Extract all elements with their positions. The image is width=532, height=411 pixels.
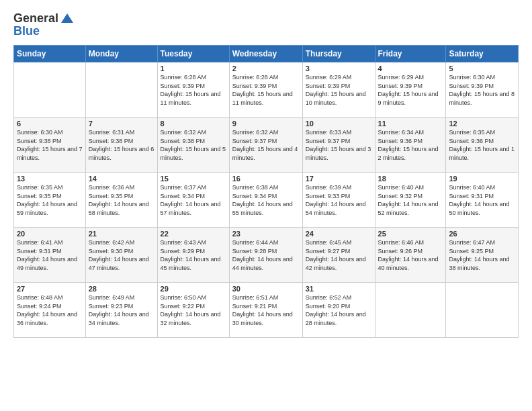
calendar-cell: 24Sunrise: 6:45 AMSunset: 9:27 PMDayligh… [302,228,375,283]
calendar-cell: 5Sunrise: 6:30 AMSunset: 9:39 PMDaylight… [446,62,519,118]
day-number: 4 [378,64,443,73]
calendar-cell: 6Sunrise: 6:30 AMSunset: 9:38 PMDaylight… [14,118,86,173]
day-number: 25 [378,230,443,238]
calendar-cell: 7Sunrise: 6:31 AMSunset: 9:38 PMDaylight… [85,118,157,173]
day-info: Sunrise: 6:33 AMSunset: 9:37 PMDaylight:… [306,128,372,162]
day-info: Sunrise: 6:42 AMSunset: 9:30 PMDaylight:… [89,238,154,272]
logo-icon [60,11,75,26]
day-number: 2 [232,64,300,73]
calendar-cell: 9Sunrise: 6:32 AMSunset: 9:37 PMDaylight… [229,118,302,173]
day-info: Sunrise: 6:32 AMSunset: 9:37 PMDaylight:… [232,128,300,162]
day-info: Sunrise: 6:38 AMSunset: 9:34 PMDaylight:… [232,183,300,217]
day-info: Sunrise: 6:28 AMSunset: 9:39 PMDaylight:… [161,73,226,107]
calendar-cell: 8Sunrise: 6:32 AMSunset: 9:38 PMDaylight… [157,118,229,173]
calendar-cell: 26Sunrise: 6:47 AMSunset: 9:25 PMDayligh… [446,228,519,283]
calendar-cell: 1Sunrise: 6:28 AMSunset: 9:39 PMDaylight… [157,62,229,118]
day-info: Sunrise: 6:30 AMSunset: 9:38 PMDaylight:… [17,128,83,162]
day-number: 6 [17,120,83,128]
day-number: 26 [449,230,515,238]
calendar-cell: 17Sunrise: 6:39 AMSunset: 9:33 PMDayligh… [302,173,375,228]
day-info: Sunrise: 6:44 AMSunset: 9:28 PMDaylight:… [232,238,300,272]
day-number: 14 [89,175,154,183]
day-number: 31 [306,285,372,293]
calendar-cell: 20Sunrise: 6:41 AMSunset: 9:31 PMDayligh… [14,228,86,283]
day-number: 18 [378,175,443,183]
day-number: 17 [306,175,372,183]
logo: General Blue [13,11,75,38]
day-info: Sunrise: 6:46 AMSunset: 9:26 PMDaylight:… [378,238,443,272]
svg-marker-0 [61,13,73,23]
week-row-1: 1Sunrise: 6:28 AMSunset: 9:39 PMDaylight… [14,62,519,118]
day-number: 28 [89,285,154,293]
calendar-cell: 18Sunrise: 6:40 AMSunset: 9:32 PMDayligh… [375,173,446,228]
day-number: 21 [89,230,154,238]
day-info: Sunrise: 6:30 AMSunset: 9:39 PMDaylight:… [449,73,515,107]
day-number: 13 [17,175,83,183]
day-number: 10 [306,120,372,128]
calendar-cell [14,62,86,118]
calendar-cell: 31Sunrise: 6:52 AMSunset: 9:20 PMDayligh… [302,283,375,338]
calendar-cell: 27Sunrise: 6:48 AMSunset: 9:24 PMDayligh… [14,283,86,338]
logo-blue-text: Blue [13,24,75,38]
week-row-4: 20Sunrise: 6:41 AMSunset: 9:31 PMDayligh… [14,228,519,283]
day-number: 30 [232,285,300,293]
day-number: 27 [17,285,83,293]
calendar-cell: 12Sunrise: 6:35 AMSunset: 9:36 PMDayligh… [446,118,519,173]
weekday-header-saturday: Saturday [446,46,519,62]
week-row-5: 27Sunrise: 6:48 AMSunset: 9:24 PMDayligh… [14,283,519,338]
calendar-cell: 23Sunrise: 6:44 AMSunset: 9:28 PMDayligh… [229,228,302,283]
weekday-header-friday: Friday [375,46,446,62]
day-number: 9 [232,120,300,128]
calendar-cell [446,283,519,338]
day-number: 20 [17,230,83,238]
day-info: Sunrise: 6:40 AMSunset: 9:31 PMDaylight:… [449,183,515,217]
day-info: Sunrise: 6:29 AMSunset: 9:39 PMDaylight:… [306,73,372,107]
day-number: 15 [161,175,226,183]
day-info: Sunrise: 6:51 AMSunset: 9:21 PMDaylight:… [232,293,300,327]
calendar-cell: 13Sunrise: 6:35 AMSunset: 9:35 PMDayligh… [14,173,86,228]
calendar: SundayMondayTuesdayWednesdayThursdayFrid… [13,45,519,338]
calendar-cell [85,62,157,118]
calendar-cell: 4Sunrise: 6:29 AMSunset: 9:39 PMDaylight… [375,62,446,118]
day-info: Sunrise: 6:50 AMSunset: 9:22 PMDaylight:… [161,293,226,327]
day-number: 3 [306,64,372,73]
day-number: 22 [161,230,226,238]
day-number: 23 [232,230,300,238]
day-info: Sunrise: 6:36 AMSunset: 9:35 PMDaylight:… [89,183,154,217]
calendar-cell: 16Sunrise: 6:38 AMSunset: 9:34 PMDayligh… [229,173,302,228]
day-info: Sunrise: 6:32 AMSunset: 9:38 PMDaylight:… [161,128,226,162]
day-info: Sunrise: 6:34 AMSunset: 9:36 PMDaylight:… [378,128,443,162]
header: General Blue [13,11,519,38]
day-number: 16 [232,175,300,183]
weekday-header-sunday: Sunday [14,46,86,62]
calendar-cell: 11Sunrise: 6:34 AMSunset: 9:36 PMDayligh… [375,118,446,173]
calendar-cell: 2Sunrise: 6:28 AMSunset: 9:39 PMDaylight… [229,62,302,118]
calendar-cell: 19Sunrise: 6:40 AMSunset: 9:31 PMDayligh… [446,173,519,228]
page: General Blue SundayMondayTuesdayWednesda… [0,0,532,411]
calendar-cell: 22Sunrise: 6:43 AMSunset: 9:29 PMDayligh… [157,228,229,283]
weekday-header-tuesday: Tuesday [157,46,229,62]
day-number: 29 [161,285,226,293]
day-info: Sunrise: 6:43 AMSunset: 9:29 PMDaylight:… [161,238,226,272]
day-number: 12 [449,120,515,128]
calendar-cell: 15Sunrise: 6:37 AMSunset: 9:34 PMDayligh… [157,173,229,228]
day-number: 7 [89,120,154,128]
day-info: Sunrise: 6:45 AMSunset: 9:27 PMDaylight:… [306,238,372,272]
day-info: Sunrise: 6:49 AMSunset: 9:23 PMDaylight:… [89,293,154,327]
day-info: Sunrise: 6:35 AMSunset: 9:35 PMDaylight:… [17,183,83,217]
calendar-cell: 10Sunrise: 6:33 AMSunset: 9:37 PMDayligh… [302,118,375,173]
weekday-header-monday: Monday [85,46,157,62]
day-number: 5 [449,64,515,73]
day-number: 11 [378,120,443,128]
day-info: Sunrise: 6:35 AMSunset: 9:36 PMDaylight:… [449,128,515,162]
day-info: Sunrise: 6:47 AMSunset: 9:25 PMDaylight:… [449,238,515,272]
day-number: 8 [161,120,226,128]
weekday-header-thursday: Thursday [302,46,375,62]
week-row-2: 6Sunrise: 6:30 AMSunset: 9:38 PMDaylight… [14,118,519,173]
day-info: Sunrise: 6:39 AMSunset: 9:33 PMDaylight:… [306,183,372,217]
logo-general: General [13,11,58,26]
calendar-cell: 14Sunrise: 6:36 AMSunset: 9:35 PMDayligh… [85,173,157,228]
calendar-cell [375,283,446,338]
week-row-3: 13Sunrise: 6:35 AMSunset: 9:35 PMDayligh… [14,173,519,228]
day-info: Sunrise: 6:52 AMSunset: 9:20 PMDaylight:… [306,293,372,327]
